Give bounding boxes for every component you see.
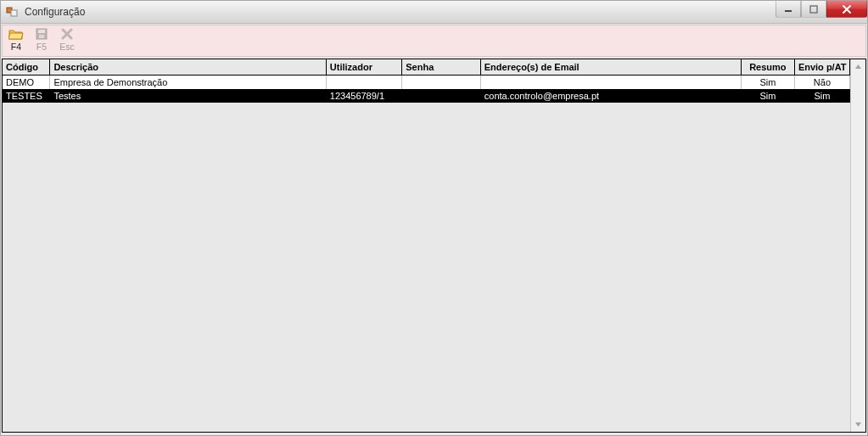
cell-senha[interactable] xyxy=(402,75,481,90)
table-row[interactable]: TESTES Testes 123456789/1 conta.controlo… xyxy=(3,89,850,103)
cell-descricao[interactable]: Testes xyxy=(50,89,326,103)
titlebar: Configuração xyxy=(0,0,868,24)
cell-email[interactable]: conta.controlo@empresa.pt xyxy=(480,89,741,103)
toolbar-item-esc[interactable]: Esc xyxy=(57,27,77,52)
cancel-icon xyxy=(59,27,75,41)
scroll-down-button[interactable] xyxy=(851,417,865,432)
svg-rect-6 xyxy=(39,35,44,38)
maximize-button[interactable] xyxy=(801,1,826,18)
cell-email[interactable] xyxy=(480,75,741,90)
cell-utilizador[interactable]: 123456789/1 xyxy=(326,89,401,103)
cell-codigo[interactable]: TESTES xyxy=(3,89,50,103)
toolbar-item-f5[interactable]: F5 xyxy=(31,27,52,52)
toolbar: F4 F5 Esc xyxy=(2,25,866,57)
toolbar-item-label: Esc xyxy=(59,42,75,52)
col-header-utilizador[interactable]: Utilizador xyxy=(326,59,401,75)
toolbar-item-f4[interactable]: F4 xyxy=(6,27,26,52)
client-area: F4 F5 Esc xyxy=(0,24,868,436)
window-controls xyxy=(776,1,867,18)
col-header-senha[interactable]: Senha xyxy=(402,59,481,75)
close-button[interactable] xyxy=(826,1,867,18)
window-title: Configuração xyxy=(25,6,85,18)
svg-rect-5 xyxy=(38,30,45,33)
col-header-envio[interactable]: Envio p/AT xyxy=(794,59,849,75)
svg-rect-1 xyxy=(11,10,17,16)
col-header-descricao[interactable]: Descrição xyxy=(50,59,326,75)
cell-resumo[interactable]: Sim xyxy=(741,75,794,90)
cell-resumo[interactable]: Sim xyxy=(741,89,794,103)
col-header-resumo[interactable]: Resumo xyxy=(741,59,794,75)
cell-envio[interactable]: Sim xyxy=(794,89,849,103)
grid-header-row: Código Descrição Utilizador Senha Endere… xyxy=(3,59,850,75)
app-icon xyxy=(6,5,20,19)
cell-senha[interactable] xyxy=(402,89,481,103)
table-row[interactable]: DEMO Empresa de Demonstração Sim Não xyxy=(3,75,850,90)
cell-envio[interactable]: Não xyxy=(794,75,849,90)
toolbar-item-label: F5 xyxy=(36,42,47,52)
save-icon xyxy=(34,27,49,41)
svg-rect-3 xyxy=(810,6,817,13)
col-header-email[interactable]: Endereço(s) de Email xyxy=(480,59,741,75)
cell-descricao[interactable]: Empresa de Demonstração xyxy=(50,75,326,90)
cell-codigo[interactable]: DEMO xyxy=(3,75,50,90)
data-grid[interactable]: Código Descrição Utilizador Senha Endere… xyxy=(2,59,866,433)
col-header-codigo[interactable]: Código xyxy=(3,59,50,75)
scroll-up-button[interactable] xyxy=(851,59,865,74)
cell-utilizador[interactable] xyxy=(326,75,401,90)
toolbar-item-label: F4 xyxy=(11,42,21,52)
open-folder-icon xyxy=(8,27,24,41)
minimize-button[interactable] xyxy=(776,1,801,18)
svg-rect-2 xyxy=(785,10,792,12)
vertical-scrollbar[interactable] xyxy=(850,59,865,432)
